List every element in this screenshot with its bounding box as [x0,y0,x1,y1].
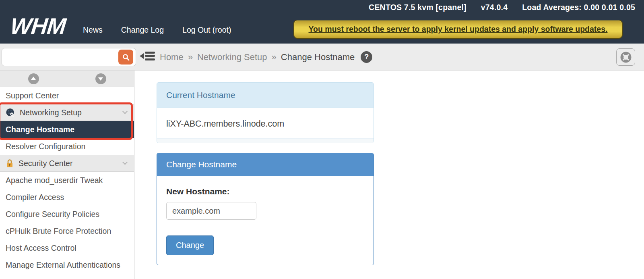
search-input[interactable] [2,48,136,66]
sidebar-item-label: Change Hostname [6,125,74,134]
nav-news-link[interactable]: News [83,25,103,35]
panel-footer [157,138,374,143]
divider [117,158,117,168]
sidebar-item-label: Apache mod_userdir Tweak [6,176,103,185]
life-ring-icon [620,52,632,63]
arrow-up-icon [28,73,39,84]
new-hostname-input[interactable] [166,202,256,220]
sidebar-item-host-access-control[interactable]: Host Access Control [0,239,134,256]
sidebar-item-apache-mod-userdir[interactable]: Apache mod_userdir Tweak [0,172,134,189]
reboot-alert-link[interactable]: You must reboot the server to apply kern… [309,25,608,34]
server-status-bar: CENTOS 7.5 kvm [cpanel] v74.0.4 Load Ave… [369,3,635,12]
sidebar-group-label: Security Center [19,159,72,168]
arrow-down-icon [95,73,106,84]
divider [117,108,117,117]
current-hostname-value: liXY-ABC.members.linode.com [157,108,374,138]
whm-version-label: v74.0.4 [481,3,508,12]
toolbar: Home » Networking Setup » Change Hostnam… [0,44,644,71]
sidebar-pager [0,71,134,87]
change-hostname-form: New Hostname: Change [157,176,374,265]
sidebar: Support Center Networking Setup Change H… [0,71,134,279]
sidebar-group-networking-setup[interactable]: Networking Setup [0,104,134,121]
help-icon[interactable]: ? [361,51,372,63]
magnifier-icon [122,53,130,61]
change-hostname-panel: Change Hostname New Hostname: Change [157,153,374,265]
sidebar-item-compiler-access[interactable]: Compiler Access [0,189,134,206]
support-button[interactable] [616,48,635,66]
collapse-sidebar-icon[interactable] [140,50,155,62]
os-version-label: CENTOS 7.5 kvm [cpanel] [369,3,466,12]
panel-title: Change Hostname [157,153,374,176]
breadcrumb: Home » Networking Setup » Change Hostnam… [160,44,372,71]
reboot-alert-banner[interactable]: You must reboot the server to apply kern… [293,20,623,39]
sidebar-item-label: Resolver Configuration [6,142,85,151]
sidebar-item-label: Compiler Access [6,193,64,202]
sidebar-item-resolver-configuration[interactable]: Resolver Configuration [0,138,134,155]
chevron-down-icon[interactable] [122,109,128,114]
sidebar-group-security-center[interactable]: Security Center [0,155,134,172]
breadcrumb-separator: » [188,52,193,62]
sidebar-group-label: Networking Setup [20,108,82,117]
breadcrumb-section[interactable]: Networking Setup [197,52,267,62]
panel-title: Current Hostname [157,83,374,108]
app-header: CENTOS 7.5 kvm [cpanel] v74.0.4 Load Ave… [0,0,644,44]
whm-logo: WHM [9,13,67,39]
sidebar-search [2,48,136,66]
chevron-down-icon[interactable] [122,160,128,165]
load-averages-label: Load Averages: 0.00 0.01 0.05 [522,3,635,12]
scroll-up-button[interactable] [0,71,67,87]
header-nav: News Change Log Log Out (root) [83,25,231,35]
search-button[interactable] [118,50,133,65]
breadcrumb-home[interactable]: Home [160,52,184,62]
new-hostname-label: New Hostname: [166,187,364,196]
sidebar-item-change-hostname[interactable]: Change Hostname [0,121,134,138]
sidebar-item-configure-security-policies[interactable]: Configure Security Policies [0,206,134,223]
sidebar-item-label: Configure Security Policies [6,210,99,219]
sidebar-item-label: Host Access Control [6,244,76,253]
scroll-down-button[interactable] [67,71,134,87]
sidebar-item-label: Support Center [6,91,59,100]
sidebar-item-label: Manage External Authentications [6,260,120,270]
sidebar-item-manage-external-authentications[interactable]: Manage External Authentications [0,256,134,273]
menu-bars-icon [145,50,155,62]
sidebar-item-label: cPHulk Brute Force Protection [6,227,111,236]
breadcrumb-current-page: Change Hostname [281,52,355,62]
whm-app: CENTOS 7.5 kvm [cpanel] v74.0.4 Load Ave… [0,0,644,279]
breadcrumb-separator: » [272,52,277,62]
sidebar-item-support-center[interactable]: Support Center [0,87,134,104]
left-arrow-icon [140,53,144,59]
nav-log-out-link[interactable]: Log Out (root) [182,25,231,35]
current-hostname-panel: Current Hostname liXY-ABC.members.linode… [157,82,374,143]
lock-icon [6,159,14,168]
change-button[interactable]: Change [166,235,214,255]
main-content: Current Hostname liXY-ABC.members.linode… [135,71,644,279]
globe-wrench-icon [6,108,15,117]
sidebar-item-cphulk-brute-force[interactable]: cPHulk Brute Force Protection [0,223,134,239]
nav-change-log-link[interactable]: Change Log [121,25,164,35]
